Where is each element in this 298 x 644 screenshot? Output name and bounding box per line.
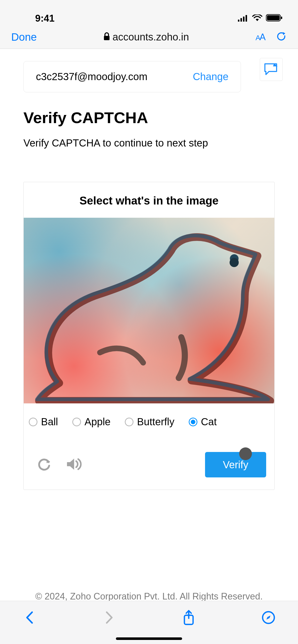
radio-icon <box>72 418 81 426</box>
cursor-indicator <box>239 447 252 460</box>
captcha-option-cat[interactable]: Cat <box>189 416 217 428</box>
captcha-option-apple[interactable]: Apple <box>72 416 111 428</box>
captcha-option-butterfly[interactable]: Butterfly <box>125 416 174 428</box>
radio-icon <box>189 418 197 426</box>
browser-header: Done accounts.zoho.in AA <box>0 25 298 49</box>
feedback-button[interactable] <box>260 58 283 81</box>
radio-icon <box>29 418 37 426</box>
share-button[interactable] <box>179 610 199 625</box>
option-label: Ball <box>41 416 58 428</box>
safari-open-button[interactable] <box>258 611 279 624</box>
captcha-image <box>24 218 274 403</box>
battery-icon <box>266 13 283 24</box>
back-button[interactable] <box>19 611 40 624</box>
reload-icon[interactable] <box>277 32 287 43</box>
captcha-card: Select what's in the image Ball Apple <box>23 182 275 490</box>
svg-rect-1 <box>240 18 242 22</box>
svg-rect-2 <box>243 17 245 22</box>
option-label: Butterfly <box>137 416 174 428</box>
captcha-actions: Verify <box>24 431 274 490</box>
status-time: 9:41 <box>15 13 55 24</box>
svg-point-8 <box>229 258 239 267</box>
svg-rect-0 <box>238 20 239 22</box>
url-host-text: accounts.zoho.in <box>113 31 189 43</box>
svg-rect-6 <box>281 17 282 19</box>
account-email-box: c3c2537f@moodjoy.com Change <box>23 61 241 92</box>
option-label: Cat <box>201 416 217 428</box>
status-bar: 9:41 <box>0 0 298 25</box>
done-button[interactable]: Done <box>11 31 37 43</box>
refresh-captcha-icon[interactable] <box>36 456 53 473</box>
change-email-button[interactable]: Change <box>193 71 228 82</box>
copyright-text: © 2024, Zoho Corporation Pvt. Ltd. All R… <box>0 591 298 601</box>
page-subtitle: Verify CAPTCHA to continue to next step <box>23 137 275 149</box>
svg-rect-3 <box>246 15 247 22</box>
lock-icon <box>103 31 110 43</box>
option-label: Apple <box>85 416 111 428</box>
audio-captcha-icon[interactable] <box>65 456 83 473</box>
verify-button[interactable]: Verify <box>205 452 266 477</box>
safari-toolbar <box>0 601 298 644</box>
url-display[interactable]: accounts.zoho.in <box>103 31 189 43</box>
svg-rect-5 <box>267 15 280 20</box>
radio-icon <box>125 418 133 426</box>
feedback-icon <box>264 63 279 76</box>
cellular-icon <box>238 13 249 24</box>
wifi-icon <box>252 13 262 24</box>
status-indicators <box>238 13 283 24</box>
text-size-button[interactable]: AA <box>255 32 265 42</box>
captcha-instruction: Select what's in the image <box>24 182 274 218</box>
home-indicator <box>116 637 182 640</box>
svg-rect-7 <box>104 36 110 40</box>
page-content: c3c2537f@moodjoy.com Change Verify CAPTC… <box>0 49 298 601</box>
forward-button[interactable] <box>99 611 119 624</box>
captcha-options: Ball Apple Butterfly Cat <box>24 403 274 431</box>
page-title: Verify CAPTCHA <box>23 109 275 127</box>
verify-button-label: Verify <box>223 459 248 470</box>
captcha-option-ball[interactable]: Ball <box>29 416 58 428</box>
account-email: c3c2537f@moodjoy.com <box>36 71 147 82</box>
